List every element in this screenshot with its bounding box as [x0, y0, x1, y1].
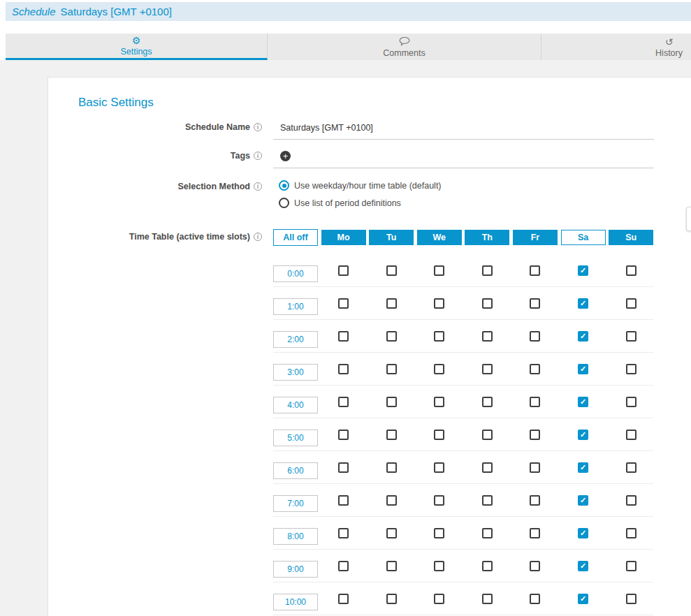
all-off-button[interactable]: All off [273, 229, 318, 246]
slot-checkbox-sa-10-00[interactable] [578, 594, 588, 604]
slot-checkbox-su-6-00[interactable] [626, 462, 637, 473]
hour-button-3-00[interactable]: 3:00 [273, 364, 318, 381]
slot-checkbox-th-0-00[interactable] [482, 265, 493, 276]
slot-checkbox-mo-0-00[interactable] [338, 265, 349, 276]
hour-button-5-00[interactable]: 5:00 [273, 430, 318, 446]
slot-checkbox-we-3-00[interactable] [434, 364, 444, 374]
slot-checkbox-sa-4-00[interactable] [578, 397, 588, 407]
slot-checkbox-th-2-00[interactable] [482, 331, 493, 342]
slot-checkbox-tu-4-00[interactable] [386, 397, 397, 407]
slot-checkbox-su-3-00[interactable] [626, 364, 637, 374]
slot-checkbox-su-2-00[interactable] [626, 331, 637, 342]
slot-checkbox-su-9-00[interactable] [626, 561, 637, 571]
slot-checkbox-we-8-00[interactable] [434, 528, 444, 538]
slot-checkbox-sa-6-00[interactable] [578, 462, 588, 473]
slot-checkbox-fr-10-00[interactable] [530, 594, 540, 604]
slot-checkbox-tu-7-00[interactable] [386, 495, 397, 506]
slot-checkbox-we-10-00[interactable] [434, 594, 444, 604]
slot-checkbox-tu-0-00[interactable] [386, 265, 397, 276]
slot-checkbox-fr-3-00[interactable] [530, 364, 540, 374]
slot-checkbox-su-10-00[interactable] [626, 594, 637, 604]
slot-checkbox-mo-5-00[interactable] [338, 430, 349, 440]
slot-checkbox-sa-1-00[interactable] [578, 298, 588, 309]
slot-checkbox-fr-5-00[interactable] [530, 430, 540, 440]
slot-checkbox-mo-8-00[interactable] [338, 528, 349, 538]
slot-checkbox-sa-9-00[interactable] [578, 561, 588, 571]
slot-checkbox-sa-5-00[interactable] [578, 430, 588, 440]
slot-checkbox-mo-6-00[interactable] [338, 462, 349, 473]
radio-button[interactable] [279, 180, 289, 191]
slot-checkbox-su-0-00[interactable] [626, 265, 637, 276]
slot-checkbox-fr-0-00[interactable] [530, 265, 540, 276]
slot-checkbox-tu-10-00[interactable] [386, 594, 397, 604]
hour-button-2-00[interactable]: 2:00 [273, 331, 318, 348]
side-panel-handle[interactable] [686, 207, 691, 231]
slot-checkbox-su-7-00[interactable] [626, 495, 637, 506]
radio-option-time-table[interactable]: Use weekday/hour time table (default) [279, 180, 442, 191]
slot-checkbox-we-7-00[interactable] [434, 495, 444, 506]
slot-checkbox-su-5-00[interactable] [626, 430, 637, 440]
slot-checkbox-tu-5-00[interactable] [386, 430, 397, 440]
slot-checkbox-mo-1-00[interactable] [338, 298, 349, 309]
slot-checkbox-tu-8-00[interactable] [386, 528, 397, 538]
slot-checkbox-mo-7-00[interactable] [338, 495, 349, 506]
hour-button-10-00[interactable]: 10:00 [273, 594, 318, 610]
day-header-th[interactable]: Th [465, 230, 509, 245]
hour-button-6-00[interactable]: 6:00 [273, 462, 318, 479]
day-header-su[interactable]: Su [609, 230, 653, 245]
slot-checkbox-su-1-00[interactable] [626, 298, 637, 309]
hour-button-0-00[interactable]: 0:00 [273, 265, 318, 282]
slot-checkbox-th-3-00[interactable] [482, 364, 493, 374]
slot-checkbox-fr-2-00[interactable] [530, 331, 540, 342]
day-header-fr[interactable]: Fr [513, 230, 558, 245]
slot-checkbox-we-0-00[interactable] [434, 265, 444, 276]
slot-checkbox-tu-6-00[interactable] [386, 462, 397, 473]
radio-button[interactable] [279, 198, 289, 208]
slot-checkbox-we-1-00[interactable] [434, 298, 444, 309]
slot-checkbox-we-2-00[interactable] [434, 331, 444, 342]
slot-checkbox-th-5-00[interactable] [482, 430, 493, 440]
slot-checkbox-mo-2-00[interactable] [338, 331, 349, 342]
slot-checkbox-we-4-00[interactable] [434, 397, 444, 407]
slot-checkbox-sa-2-00[interactable] [578, 331, 588, 342]
tab-comments[interactable]: Comments [268, 34, 541, 60]
tab-history[interactable]: ↺ History [541, 34, 691, 60]
slot-checkbox-th-4-00[interactable] [482, 397, 493, 407]
info-icon[interactable]: i [254, 152, 262, 160]
hour-button-8-00[interactable]: 8:00 [273, 528, 318, 545]
slot-checkbox-th-1-00[interactable] [482, 298, 493, 309]
slot-checkbox-tu-3-00[interactable] [386, 364, 397, 374]
slot-checkbox-we-6-00[interactable] [434, 462, 444, 473]
slot-checkbox-tu-2-00[interactable] [386, 331, 397, 342]
slot-checkbox-th-9-00[interactable] [482, 561, 493, 571]
slot-checkbox-su-4-00[interactable] [626, 397, 637, 407]
slot-checkbox-we-9-00[interactable] [434, 561, 444, 571]
slot-checkbox-fr-8-00[interactable] [530, 528, 540, 538]
day-header-sa[interactable]: Sa [561, 230, 606, 245]
slot-checkbox-sa-7-00[interactable] [578, 495, 588, 506]
slot-checkbox-su-8-00[interactable] [626, 528, 637, 538]
slot-checkbox-th-7-00[interactable] [482, 495, 493, 506]
slot-checkbox-fr-6-00[interactable] [530, 462, 540, 473]
slot-checkbox-fr-1-00[interactable] [530, 298, 540, 309]
day-header-we[interactable]: We [417, 230, 462, 245]
slot-checkbox-we-5-00[interactable] [434, 430, 444, 440]
radio-option-period-definitions[interactable]: Use list of period definitions [279, 198, 442, 208]
schedule-name-input[interactable] [273, 122, 654, 140]
tags-field[interactable]: + [273, 149, 654, 168]
slot-checkbox-mo-9-00[interactable] [338, 561, 349, 571]
slot-checkbox-mo-3-00[interactable] [338, 364, 349, 374]
slot-checkbox-tu-9-00[interactable] [386, 561, 397, 571]
slot-checkbox-th-8-00[interactable] [482, 528, 493, 538]
slot-checkbox-sa-0-00[interactable] [578, 265, 588, 276]
hour-button-1-00[interactable]: 1:00 [273, 298, 318, 315]
slot-checkbox-th-6-00[interactable] [482, 462, 493, 473]
tab-settings[interactable]: ⚙ Settings [6, 34, 268, 60]
slot-checkbox-sa-8-00[interactable] [578, 528, 588, 538]
day-header-mo[interactable]: Mo [321, 230, 366, 245]
slot-checkbox-th-10-00[interactable] [482, 594, 493, 604]
slot-checkbox-mo-10-00[interactable] [338, 594, 349, 604]
slot-checkbox-mo-4-00[interactable] [338, 397, 349, 407]
info-icon[interactable]: i [254, 233, 262, 241]
slot-checkbox-sa-3-00[interactable] [578, 364, 588, 374]
